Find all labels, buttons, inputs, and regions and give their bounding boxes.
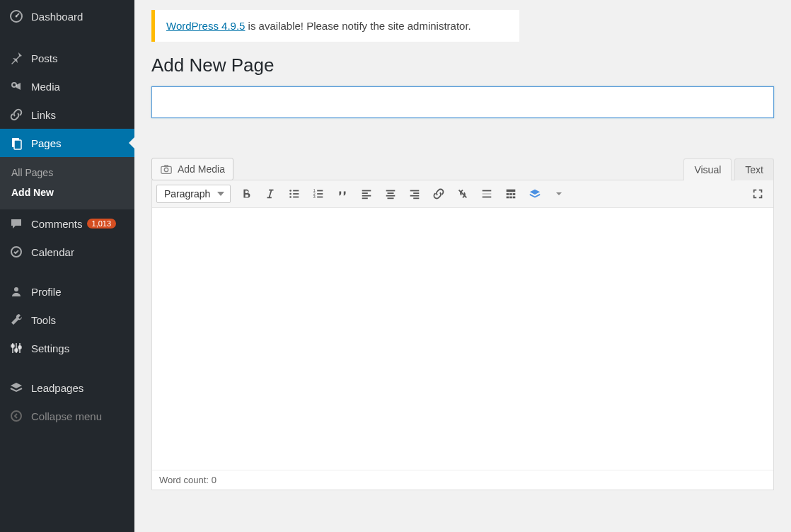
sidebar-item-label: Comments bbox=[31, 218, 83, 230]
svg-rect-42 bbox=[510, 193, 513, 195]
fullscreen-button[interactable] bbox=[746, 183, 769, 204]
sidebar-item-calendar[interactable]: Calendar bbox=[0, 238, 134, 266]
page-title: Add New Page bbox=[151, 54, 774, 76]
sidebar-item-leadpages[interactable]: Leadpages bbox=[0, 374, 134, 402]
sidebar-item-label: Posts bbox=[31, 52, 58, 64]
layers-icon bbox=[8, 380, 24, 395]
svg-rect-36 bbox=[414, 197, 420, 199]
svg-rect-25 bbox=[362, 190, 371, 192]
sidebar-item-links[interactable]: Links bbox=[0, 100, 134, 129]
svg-rect-28 bbox=[362, 197, 368, 199]
media-icon bbox=[8, 79, 24, 94]
leadpages-dropdown[interactable] bbox=[548, 183, 570, 204]
toolbar-toggle-button[interactable] bbox=[500, 183, 522, 204]
sidebar-item-tools[interactable]: Tools bbox=[0, 306, 134, 334]
sidebar-collapse-menu[interactable]: Collapse menu bbox=[0, 402, 134, 430]
svg-rect-27 bbox=[362, 195, 371, 197]
svg-rect-31 bbox=[386, 195, 396, 197]
svg-point-7 bbox=[11, 345, 14, 347]
sidebar-item-label: Leadpages bbox=[31, 382, 83, 394]
svg-point-1 bbox=[16, 16, 18, 18]
svg-rect-39 bbox=[483, 197, 492, 198]
svg-point-12 bbox=[164, 168, 168, 171]
svg-rect-32 bbox=[388, 197, 394, 199]
sidebar-item-posts[interactable]: Posts bbox=[0, 44, 134, 72]
svg-rect-29 bbox=[386, 190, 396, 192]
svg-point-2 bbox=[12, 83, 16, 87]
pin-icon bbox=[8, 50, 24, 66]
sidebar-sub-all-pages[interactable]: All Pages bbox=[0, 163, 134, 183]
sidebar-item-settings[interactable]: Settings bbox=[0, 334, 134, 362]
svg-rect-40 bbox=[507, 190, 516, 192]
leadpages-button[interactable] bbox=[524, 183, 546, 204]
svg-rect-34 bbox=[414, 192, 420, 194]
tab-visual[interactable]: Visual bbox=[683, 158, 732, 180]
comment-icon bbox=[8, 216, 24, 231]
sidebar-item-label: Dashboard bbox=[31, 11, 83, 23]
sidebar-item-label: Links bbox=[31, 109, 56, 121]
editor-wrap: Add Media Visual Text Paragraph bbox=[151, 158, 774, 490]
svg-rect-45 bbox=[510, 197, 513, 199]
svg-point-13 bbox=[290, 190, 292, 192]
align-center-button[interactable] bbox=[379, 183, 402, 204]
word-count-value: 0 bbox=[212, 475, 216, 485]
align-left-button[interactable] bbox=[355, 183, 378, 204]
svg-rect-33 bbox=[410, 190, 420, 192]
collapse-icon bbox=[8, 408, 24, 424]
svg-rect-41 bbox=[507, 193, 509, 195]
sidebar-item-profile[interactable]: Profile bbox=[0, 277, 134, 306]
update-notice: WordPress 4.9.5 is available! Please not… bbox=[151, 10, 519, 42]
admin-sidebar: Dashboard Posts Media Links Pages All Pa… bbox=[0, 0, 134, 532]
editor-content-area[interactable] bbox=[152, 208, 773, 470]
sidebar-item-pages[interactable]: Pages bbox=[0, 129, 134, 157]
post-title-input[interactable] bbox=[151, 86, 774, 118]
svg-rect-37 bbox=[483, 190, 492, 192]
bullet-list-button[interactable] bbox=[283, 183, 306, 204]
word-count-label: Word count: bbox=[159, 475, 209, 485]
sidebar-item-media[interactable]: Media bbox=[0, 72, 134, 100]
update-notice-link[interactable]: WordPress 4.9.5 bbox=[166, 20, 245, 32]
italic-button[interactable] bbox=[259, 183, 282, 204]
svg-rect-26 bbox=[362, 192, 368, 194]
calendar-icon bbox=[8, 244, 24, 260]
comments-count-badge: 1,013 bbox=[87, 219, 117, 229]
editor-status-bar: Word count: 0 bbox=[152, 470, 773, 490]
bold-button[interactable] bbox=[235, 183, 258, 204]
svg-rect-30 bbox=[388, 192, 394, 194]
svg-point-8 bbox=[15, 349, 18, 352]
update-notice-text: is available! Please notify the site adm… bbox=[245, 20, 470, 32]
blockquote-button[interactable] bbox=[331, 183, 354, 204]
svg-rect-35 bbox=[410, 195, 420, 197]
tab-text[interactable]: Text bbox=[734, 158, 774, 180]
svg-rect-4 bbox=[14, 140, 21, 149]
editor-toolbar: Paragraph 123 bbox=[152, 180, 773, 208]
svg-rect-24 bbox=[318, 197, 323, 198]
svg-rect-16 bbox=[294, 190, 299, 192]
link-icon bbox=[8, 107, 24, 122]
sidebar-item-comments[interactable]: Comments 1,013 bbox=[0, 209, 134, 238]
main-content: WordPress 4.9.5 is available! Please not… bbox=[134, 0, 791, 532]
insert-more-button[interactable] bbox=[475, 183, 498, 204]
svg-rect-38 bbox=[483, 193, 492, 195]
format-select[interactable]: Paragraph bbox=[156, 185, 231, 203]
svg-point-15 bbox=[290, 196, 292, 198]
unlink-button[interactable] bbox=[451, 183, 474, 204]
sidebar-item-label: Collapse menu bbox=[31, 410, 102, 422]
svg-rect-44 bbox=[507, 197, 509, 199]
sidebar-item-label: Tools bbox=[31, 314, 56, 326]
svg-point-14 bbox=[290, 193, 292, 195]
svg-rect-17 bbox=[294, 193, 299, 195]
numbered-list-button[interactable]: 123 bbox=[307, 183, 330, 204]
svg-rect-43 bbox=[513, 193, 516, 195]
sidebar-item-dashboard[interactable]: Dashboard bbox=[0, 0, 134, 33]
insert-link-button[interactable] bbox=[427, 183, 450, 204]
svg-point-10 bbox=[11, 411, 21, 421]
sidebar-sub-add-new[interactable]: Add New bbox=[0, 183, 134, 202]
sidebar-item-label: Profile bbox=[31, 286, 62, 298]
sidebar-item-label: Media bbox=[31, 81, 60, 93]
align-right-button[interactable] bbox=[403, 183, 426, 204]
sidebar-submenu-pages: All Pages Add New bbox=[0, 157, 134, 209]
wrench-icon bbox=[8, 312, 24, 328]
sidebar-item-label: Settings bbox=[31, 342, 69, 354]
add-media-button[interactable]: Add Media bbox=[151, 158, 233, 180]
